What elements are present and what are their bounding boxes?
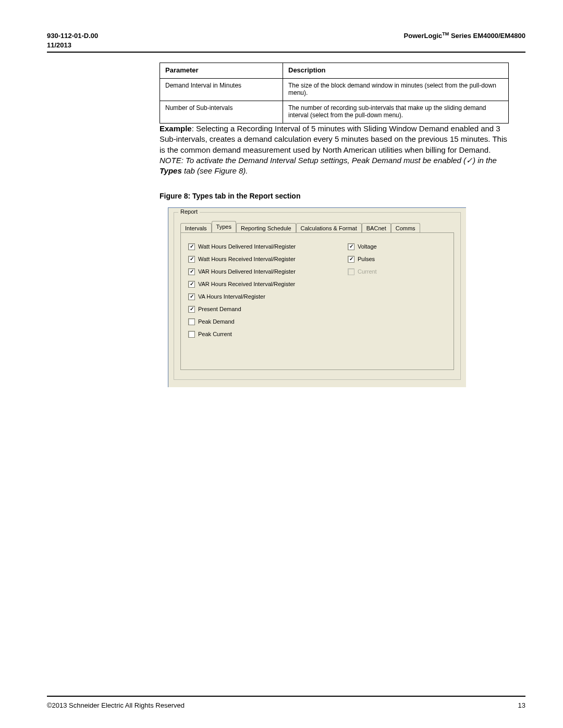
checkbox-label: VAR Hours Delivered Interval/Register xyxy=(198,268,296,275)
tab-comms[interactable]: Comms xyxy=(391,223,420,233)
note-mid: ) in the xyxy=(473,156,497,165)
tab-intervals[interactable]: Intervals xyxy=(180,223,212,233)
example-label: Example xyxy=(160,124,192,133)
checkbox-label: Pulses xyxy=(358,256,375,262)
check-icon: ✓ xyxy=(466,156,473,165)
page-footer: ©2013 Schneider Electric All Rights Rese… xyxy=(47,701,525,709)
report-panel: Report Intervals Types Reporting Schedul… xyxy=(168,207,466,387)
checkbox-row: Current xyxy=(348,265,431,278)
example-paragraph: Example: Selecting a Recording Interval … xyxy=(160,124,509,155)
checkbox-watt-received[interactable] xyxy=(188,256,195,263)
groupbox-title: Report xyxy=(178,208,200,215)
right-checkbox-column: Voltage Pulses Current xyxy=(348,240,431,278)
checkbox-pulses[interactable] xyxy=(348,256,354,263)
tab-panel-types: Watt Hours Delivered Interval/Register W… xyxy=(180,232,454,370)
checkbox-row: Present Demand xyxy=(188,303,345,315)
checkbox-row: Pulses xyxy=(348,253,431,265)
figure-caption: Figure 8: Types tab in the Report sectio… xyxy=(160,192,509,200)
checkbox-var-delivered[interactable] xyxy=(188,268,195,275)
checkbox-current xyxy=(348,268,354,275)
main-content: Parameter Description Demand Interval in… xyxy=(160,63,509,387)
brand-name: PowerLogic xyxy=(404,32,443,40)
footer-rule xyxy=(47,696,525,697)
checkbox-label: VA Hours Interval/Register xyxy=(198,293,265,300)
doc-date: 11/2013 xyxy=(47,41,71,49)
checkbox-row: VA Hours Interval/Register xyxy=(188,290,345,303)
note-types-word: Types xyxy=(160,166,182,175)
series-name: Series EM4000/EM4800 xyxy=(449,32,525,40)
desc-cell: The number of recording sub-intervals th… xyxy=(283,101,509,124)
checkbox-var-received[interactable] xyxy=(188,281,195,288)
page-header: 930-112-01-D.00 11/2013 PowerLogicTM Ser… xyxy=(47,31,525,50)
desc-cell: The size of the block demand window in m… xyxy=(283,79,509,101)
tab-calculations-format[interactable]: Calculations & Format xyxy=(296,223,362,233)
checkbox-watt-delivered[interactable] xyxy=(188,243,195,250)
checkbox-row: Watt Hours Received Interval/Register xyxy=(188,253,345,265)
checkbox-row: Peak Demand xyxy=(188,315,345,328)
checkbox-label: Present Demand xyxy=(198,306,241,312)
checkbox-label: Peak Current xyxy=(198,331,232,337)
checkbox-label: Current xyxy=(358,268,377,275)
checkbox-label: Peak Demand xyxy=(198,318,235,325)
page: 930-112-01-D.00 11/2013 PowerLogicTM Ser… xyxy=(0,0,563,728)
parameter-table: Parameter Description Demand Interval in… xyxy=(160,63,509,124)
note-prefix: NOTE: To activate the Demand Interval Se… xyxy=(160,156,466,165)
example-text: : Selecting a Recording Interval of 5 mi… xyxy=(160,124,507,154)
checkbox-peak-demand[interactable] xyxy=(188,318,195,325)
checkbox-label: Watt Hours Delivered Interval/Register xyxy=(198,243,296,250)
desc-header: Description xyxy=(283,63,509,79)
table-row: Demand Interval in Minutes The size of t… xyxy=(160,79,509,101)
note-paragraph: NOTE: To activate the Demand Interval Se… xyxy=(160,155,509,177)
header-right: PowerLogicTM Series EM4000/EM4800 xyxy=(404,31,525,40)
param-cell: Number of Sub-intervals xyxy=(160,101,283,124)
checkbox-label: VAR Hours Received Interval/Register xyxy=(198,281,295,287)
trademark: TM xyxy=(442,31,449,36)
tab-bar: Intervals Types Reporting Schedule Calcu… xyxy=(180,221,454,232)
tab-types[interactable]: Types xyxy=(212,221,236,232)
checkbox-voltage[interactable] xyxy=(348,243,354,250)
checkbox-va-hours[interactable] xyxy=(188,293,195,300)
checkbox-row: Watt Hours Delivered Interval/Register xyxy=(188,240,345,253)
param-header: Parameter xyxy=(160,63,283,79)
tab-bacnet[interactable]: BACnet xyxy=(362,223,391,233)
note-suffix: tab (see Figure 8). xyxy=(182,166,248,175)
checkbox-row: Peak Current xyxy=(188,328,345,340)
checkbox-row: VAR Hours Delivered Interval/Register xyxy=(188,265,345,278)
copyright-text: ©2013 Schneider Electric All Rights Rese… xyxy=(47,701,185,709)
left-checkbox-column: Watt Hours Delivered Interval/Register W… xyxy=(188,240,345,340)
doc-number: 930-112-01-D.00 xyxy=(47,32,98,40)
page-number: 13 xyxy=(518,701,525,709)
report-groupbox: Report Intervals Types Reporting Schedul… xyxy=(174,212,461,380)
checkbox-peak-current[interactable] xyxy=(188,331,195,338)
param-cell: Demand Interval in Minutes xyxy=(160,79,283,101)
table-row: Number of Sub-intervals The number of re… xyxy=(160,101,509,124)
checkbox-present-demand[interactable] xyxy=(188,306,195,313)
checkbox-row: Voltage xyxy=(348,240,431,253)
checkbox-row: VAR Hours Received Interval/Register xyxy=(188,278,345,290)
header-rule xyxy=(47,52,525,53)
checkbox-label: Watt Hours Received Interval/Register xyxy=(198,256,296,262)
tab-reporting-schedule[interactable]: Reporting Schedule xyxy=(236,223,296,233)
checkbox-label: Voltage xyxy=(358,243,377,250)
